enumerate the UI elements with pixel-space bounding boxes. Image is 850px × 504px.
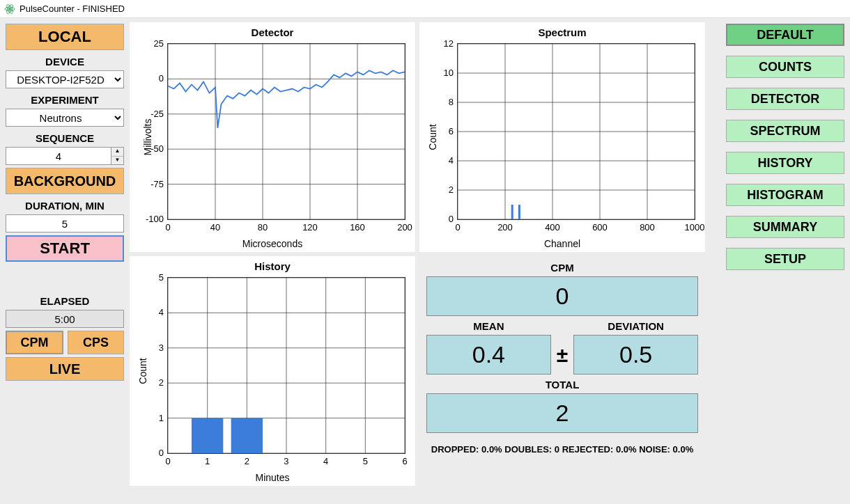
view-history-button[interactable]: HISTORY — [726, 152, 844, 174]
left-panel: LOCAL DEVICE DESKTOP-I2F52D EXPERIMENT N… — [0, 18, 130, 504]
cpm-button[interactable]: CPM — [6, 331, 63, 354]
mean-value: 0.4 — [426, 335, 551, 375]
background-button[interactable]: BACKGROUND — [6, 168, 124, 194]
svg-text:6: 6 — [402, 456, 407, 466]
svg-text:10: 10 — [444, 68, 454, 78]
svg-text:80: 80 — [258, 222, 268, 233]
duration-input[interactable] — [6, 214, 124, 233]
svg-point-0 — [8, 8, 11, 10]
svg-rect-83 — [231, 418, 263, 453]
svg-text:2: 2 — [159, 377, 164, 388]
history-chart: History Count Minutes 0123456012345 — [130, 256, 415, 486]
y-axis-label: Count — [427, 124, 438, 150]
view-detector-button[interactable]: DETECTOR — [726, 88, 844, 110]
svg-text:200: 200 — [397, 222, 412, 233]
svg-text:-25: -25 — [150, 109, 164, 119]
svg-text:1000: 1000 — [685, 222, 705, 233]
svg-text:-75: -75 — [150, 179, 164, 189]
total-label: TOTAL — [426, 379, 698, 391]
svg-text:120: 120 — [302, 222, 318, 233]
y-axis-label: Count — [137, 358, 148, 384]
svg-text:6: 6 — [449, 126, 454, 136]
svg-text:0: 0 — [159, 448, 164, 458]
chart-title: History — [130, 260, 415, 272]
view-spectrum-button[interactable]: SPECTRUM — [726, 120, 844, 142]
svg-text:-100: -100 — [146, 214, 164, 224]
svg-text:600: 600 — [592, 222, 608, 233]
svg-text:4: 4 — [449, 155, 454, 166]
svg-text:4: 4 — [323, 456, 328, 466]
chart-title: Spectrum — [419, 26, 705, 38]
svg-rect-82 — [192, 418, 223, 453]
svg-text:160: 160 — [350, 222, 365, 233]
stats-panel: CPM 0 MEAN 0.4 ± DEVIATION 0.5 TOTAL 2 — [419, 256, 705, 486]
svg-text:0: 0 — [165, 222, 170, 233]
svg-text:0: 0 — [159, 73, 164, 84]
svg-text:5: 5 — [159, 272, 164, 283]
svg-text:8: 8 — [449, 97, 454, 107]
local-button[interactable]: LOCAL — [6, 24, 124, 50]
svg-text:400: 400 — [545, 222, 560, 233]
duration-label: DURATION, MIN — [6, 197, 124, 212]
x-axis-label: Minutes — [130, 472, 415, 483]
svg-text:12: 12 — [444, 38, 454, 49]
app-icon — [4, 3, 15, 15]
svg-text:1: 1 — [205, 456, 210, 466]
x-axis-label: Channel — [419, 238, 705, 249]
svg-text:3: 3 — [159, 342, 164, 353]
cpm-label: CPM — [426, 262, 698, 274]
view-default-button[interactable]: DEFAULT — [726, 24, 844, 46]
svg-text:200: 200 — [497, 222, 513, 233]
detector-chart: Detector Millivolts Microseconds 0408012… — [130, 22, 415, 252]
view-counts-button[interactable]: COUNTS — [726, 56, 844, 78]
svg-text:0: 0 — [449, 214, 454, 224]
elapsed-label: ELAPSED — [6, 292, 124, 307]
chart-title: Detector — [130, 26, 415, 38]
svg-text:3: 3 — [284, 456, 288, 466]
experiment-label: EXPERIMENT — [6, 91, 124, 106]
plusminus-symbol: ± — [557, 343, 568, 367]
svg-text:4: 4 — [159, 307, 164, 317]
center-panel: Detector Millivolts Microseconds 0408012… — [130, 18, 720, 504]
window-title: PulseCounter - FINISHED — [20, 3, 125, 14]
view-summary-button[interactable]: SUMMARY — [726, 216, 844, 238]
svg-text:-50: -50 — [150, 143, 164, 154]
sequence-label: SEQUENCE — [6, 129, 124, 144]
total-value: 2 — [426, 393, 698, 433]
x-axis-label: Microseconds — [130, 238, 415, 249]
live-button[interactable]: LIVE — [6, 357, 124, 381]
svg-rect-55 — [518, 205, 520, 219]
sequence-spinner[interactable]: ▲ ▼ — [6, 147, 124, 165]
svg-text:0: 0 — [165, 456, 170, 466]
device-select[interactable]: DESKTOP-I2F52D — [6, 70, 124, 88]
spinner-down-icon[interactable]: ▼ — [111, 157, 123, 165]
svg-text:5: 5 — [363, 456, 368, 466]
experiment-select[interactable]: Neutrons — [6, 109, 124, 127]
svg-rect-54 — [511, 205, 513, 219]
start-button[interactable]: START — [6, 235, 124, 262]
deviation-label: DEVIATION — [573, 320, 698, 332]
spectrum-chart: Spectrum Count Channel 02004006008001000… — [419, 22, 705, 252]
cpm-value: 0 — [426, 276, 698, 316]
sequence-input[interactable] — [6, 147, 111, 165]
cps-button[interactable]: CPS — [68, 331, 124, 354]
svg-text:1: 1 — [159, 413, 164, 423]
title-bar: PulseCounter - FINISHED — [0, 0, 850, 18]
spinner-up-icon[interactable]: ▲ — [111, 148, 123, 157]
view-setup-button[interactable]: SETUP — [726, 248, 844, 270]
stats-footer: DROPPED: 0.0% DOUBLES: 0 REJECTED: 0.0% … — [426, 444, 698, 455]
svg-text:25: 25 — [154, 38, 164, 49]
svg-text:2: 2 — [245, 456, 249, 466]
mean-label: MEAN — [426, 320, 551, 332]
svg-text:40: 40 — [210, 222, 220, 233]
right-panel: DEFAULT COUNTS DETECTOR SPECTRUM HISTORY… — [720, 18, 850, 504]
svg-text:0: 0 — [455, 222, 460, 233]
device-label: DEVICE — [6, 53, 124, 68]
svg-text:2: 2 — [449, 184, 454, 195]
elapsed-display — [6, 310, 124, 328]
view-histogram-button[interactable]: HISTOGRAM — [726, 184, 844, 206]
svg-text:800: 800 — [640, 222, 655, 233]
deviation-value: 0.5 — [573, 335, 698, 375]
